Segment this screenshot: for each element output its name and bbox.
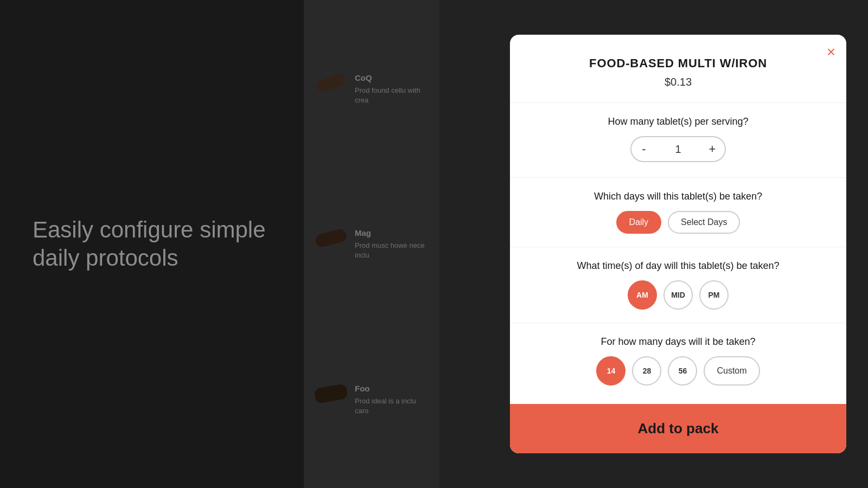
time-option-group: AM MID PM	[537, 280, 819, 310]
option-56days[interactable]: 56	[668, 356, 697, 386]
option-am[interactable]: AM	[628, 280, 657, 310]
add-to-pack-button[interactable]: Add to pack	[510, 404, 846, 453]
days-label: Which days will this tablet(s) be taken?	[537, 191, 819, 202]
quantity-stepper: - 1 +	[537, 136, 819, 162]
days-option-group: Daily Select Days	[537, 211, 819, 234]
qty-minus-button[interactable]: -	[630, 136, 656, 162]
modal-overlay: × FOOD-BASED MULTI W/IRON $0.13 How many…	[0, 0, 868, 488]
modal-price: $0.13	[537, 76, 819, 88]
option-28days[interactable]: 28	[632, 356, 661, 386]
option-custom[interactable]: Custom	[704, 356, 760, 386]
duration-option-group: 14 28 56 Custom	[537, 356, 819, 386]
qty-plus-button[interactable]: +	[700, 136, 726, 162]
divider-3	[510, 247, 846, 247]
qty-label: How many tablet(s) per serving?	[537, 116, 819, 127]
divider-2	[510, 177, 846, 178]
modal-title: FOOD-BASED MULTI W/IRON	[537, 56, 819, 70]
option-mid[interactable]: MID	[663, 280, 693, 310]
option-pm[interactable]: PM	[699, 280, 729, 310]
option-daily[interactable]: Daily	[616, 211, 662, 234]
modal: × FOOD-BASED MULTI W/IRON $0.13 How many…	[510, 35, 846, 453]
divider-1	[510, 102, 846, 103]
close-button[interactable]: ×	[827, 44, 835, 60]
divider-4	[510, 323, 846, 323]
time-label: What time(s) of day will this tablet(s) …	[537, 260, 819, 272]
option-14days[interactable]: 14	[596, 356, 626, 386]
qty-value: 1	[656, 136, 700, 162]
option-select-days[interactable]: Select Days	[668, 211, 740, 234]
duration-label: For how many days will it be taken?	[537, 336, 819, 348]
